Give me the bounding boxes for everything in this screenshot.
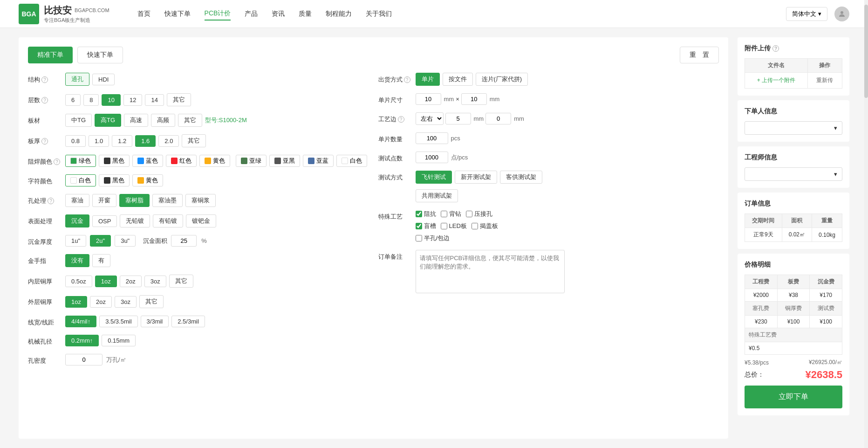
cb-blind-slot[interactable]: 盲槽 bbox=[416, 222, 436, 230]
delivery-by-file[interactable]: 按文件 bbox=[443, 73, 473, 86]
size-width-input[interactable] bbox=[416, 93, 441, 105]
quick-order-button[interactable]: 快速下单 bbox=[77, 47, 123, 63]
drill-opt-015[interactable]: 0.15mm bbox=[102, 335, 136, 346]
craft-edge-direction[interactable]: 左右 上下 bbox=[416, 112, 444, 125]
material-opt-hightg[interactable]: 高TG bbox=[95, 114, 121, 127]
cb-backdrill[interactable]: 背钻 bbox=[441, 210, 461, 218]
material-opt-highspeed[interactable]: 高速 bbox=[124, 114, 148, 127]
test-shared-rack[interactable]: 共用测试架 bbox=[416, 189, 458, 202]
trace-opt-3[interactable]: 3/3mil bbox=[141, 316, 169, 327]
gold-finger-no[interactable]: 没有 bbox=[65, 254, 89, 267]
surface-opt-lead-free[interactable]: 无铅镀 bbox=[120, 214, 150, 227]
material-opt-highfreq[interactable]: 高频 bbox=[151, 114, 175, 127]
scrollbar[interactable] bbox=[864, 0, 868, 448]
trace-opt-25[interactable]: 2.5/3mil bbox=[171, 316, 205, 327]
solder-red[interactable]: 红色 bbox=[166, 155, 197, 167]
craft-edge-info-icon[interactable]: ? bbox=[398, 116, 404, 123]
cb-impedance[interactable]: 阻抗 bbox=[416, 210, 436, 218]
structure-info-icon[interactable]: ? bbox=[41, 76, 48, 83]
layers-opt-14[interactable]: 14 bbox=[145, 94, 164, 106]
structure-opt-hdi[interactable]: HDI bbox=[92, 74, 115, 85]
thickness-info-icon[interactable]: ? bbox=[41, 138, 48, 145]
craft-edge-val2[interactable] bbox=[485, 113, 511, 124]
delivery-single[interactable]: 单片 bbox=[416, 73, 440, 86]
gold-3u[interactable]: 3u" bbox=[115, 235, 136, 247]
outer-copper-2[interactable]: 2oz bbox=[90, 296, 112, 308]
cb-blind-slot-input[interactable] bbox=[416, 223, 422, 229]
hole-opt-copper[interactable]: 塞铜浆 bbox=[185, 194, 216, 207]
structure-opt-through[interactable]: 通孔 bbox=[65, 73, 89, 86]
cb-lid[interactable]: 揭盖板 bbox=[472, 222, 498, 230]
engineer-dropdown[interactable]: ▾ bbox=[745, 167, 842, 181]
inner-copper-other[interactable]: 其它 bbox=[169, 275, 193, 288]
cb-half-hole-input[interactable] bbox=[416, 235, 422, 241]
delivery-info-icon[interactable]: ? bbox=[404, 76, 410, 83]
solder-matte-green[interactable]: 亚绿 bbox=[236, 155, 267, 167]
solder-matte-blue[interactable]: 亚蓝 bbox=[303, 155, 334, 167]
nav-news[interactable]: 资讯 bbox=[272, 8, 285, 20]
craft-edge-val1[interactable] bbox=[445, 113, 471, 124]
outer-copper-other[interactable]: 其它 bbox=[139, 295, 164, 308]
char-black[interactable]: 黑色 bbox=[99, 174, 130, 186]
gold-2u[interactable]: 2u" bbox=[90, 235, 111, 247]
orderer-dropdown[interactable]: ▾ bbox=[745, 121, 842, 135]
solder-green[interactable]: 绿色 bbox=[65, 155, 96, 167]
note-textarea[interactable] bbox=[416, 250, 565, 293]
cb-pressfit-input[interactable] bbox=[466, 211, 472, 217]
cb-half-hole[interactable]: 半孔/包边 bbox=[416, 234, 450, 242]
nav-home[interactable]: 首页 bbox=[137, 8, 150, 20]
nav-products[interactable]: 产品 bbox=[245, 8, 258, 20]
delivery-panel[interactable]: 连片(厂家代拼) bbox=[476, 73, 528, 86]
precise-order-button[interactable]: 精准下单 bbox=[28, 47, 73, 63]
layers-opt-12[interactable]: 12 bbox=[123, 94, 142, 106]
language-selector[interactable]: 简体中文 ▾ bbox=[786, 7, 827, 21]
thickness-opt-08[interactable]: 0.8 bbox=[65, 135, 86, 147]
layers-opt-10[interactable]: 10 bbox=[102, 94, 120, 106]
solder-color-info-icon[interactable]: ? bbox=[54, 159, 60, 165]
nav-quick-order[interactable]: 快速下单 bbox=[164, 8, 191, 20]
hole-opt-open[interactable]: 开窗 bbox=[92, 194, 116, 207]
thickness-opt-10[interactable]: 1.0 bbox=[89, 135, 109, 147]
gold-finger-yes[interactable]: 有 bbox=[92, 254, 110, 267]
scrollbar-thumb[interactable] bbox=[864, 5, 868, 98]
test-points-input[interactable] bbox=[416, 152, 448, 163]
surface-opt-gold[interactable]: 沉金 bbox=[65, 214, 89, 227]
size-height-input[interactable] bbox=[461, 93, 487, 105]
hole-density-input[interactable] bbox=[65, 354, 103, 365]
hole-opt-ink[interactable]: 塞油墨 bbox=[152, 194, 183, 207]
surface-opt-palladium[interactable]: 镀钯金 bbox=[186, 214, 216, 227]
layers-opt-other[interactable]: 其它 bbox=[167, 93, 191, 106]
submit-order-button[interactable]: 立即下单 bbox=[745, 386, 842, 408]
trace-opt-4[interactable]: 4/4mil↑ bbox=[65, 316, 96, 327]
test-new-rack[interactable]: 新开测试架 bbox=[455, 171, 497, 184]
surface-opt-osp[interactable]: OSP bbox=[92, 215, 117, 227]
solder-white[interactable]: 白色 bbox=[336, 155, 367, 167]
user-avatar[interactable] bbox=[834, 7, 849, 21]
cb-led-input[interactable] bbox=[441, 223, 447, 229]
surface-opt-leaded[interactable]: 有铅镀 bbox=[153, 214, 183, 227]
char-yellow[interactable]: 黄色 bbox=[132, 174, 163, 186]
hole-opt-oil[interactable]: 塞油 bbox=[65, 194, 89, 207]
cb-backdrill-input[interactable] bbox=[441, 211, 447, 217]
trace-opt-35[interactable]: 3.5/3.5mil bbox=[99, 316, 137, 327]
thickness-opt-20[interactable]: 2.0 bbox=[158, 135, 179, 147]
nav-about[interactable]: 关于我们 bbox=[366, 8, 392, 20]
test-fly[interactable]: 飞针测试 bbox=[416, 171, 452, 184]
outer-copper-1[interactable]: 1oz bbox=[65, 296, 87, 308]
qty-input[interactable] bbox=[416, 132, 448, 144]
drill-opt-02[interactable]: 0.2mm↑ bbox=[65, 335, 99, 346]
inner-copper-2[interactable]: 2oz bbox=[120, 276, 142, 287]
solder-black[interactable]: 黑色 bbox=[99, 155, 130, 167]
cb-pressfit[interactable]: 压接孔 bbox=[466, 210, 492, 218]
thickness-opt-16[interactable]: 1.6 bbox=[135, 135, 156, 147]
layers-opt-8[interactable]: 8 bbox=[83, 94, 99, 106]
hole-opt-resin[interactable]: 塞树脂 bbox=[119, 194, 150, 207]
solder-matte-black[interactable]: 亚黑 bbox=[269, 155, 300, 167]
inner-copper-3[interactable]: 3oz bbox=[144, 276, 166, 287]
thickness-opt-12[interactable]: 1.2 bbox=[112, 135, 132, 147]
layers-opt-6[interactable]: 6 bbox=[65, 94, 81, 106]
material-opt-other[interactable]: 其它 bbox=[178, 114, 202, 127]
inner-copper-1[interactable]: 1oz bbox=[95, 276, 117, 287]
solder-blue[interactable]: 蓝色 bbox=[132, 155, 163, 167]
re-upload-link[interactable]: 重新传 bbox=[816, 77, 833, 83]
